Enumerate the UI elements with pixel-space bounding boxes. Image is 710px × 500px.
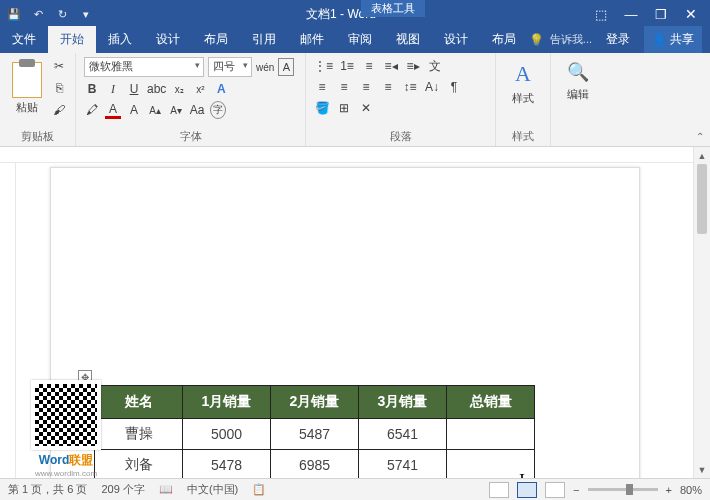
zoom-in-button[interactable]: + (666, 484, 672, 496)
table-cell[interactable]: 6985 (271, 450, 359, 479)
bold-button[interactable]: B (84, 80, 100, 98)
tab-file[interactable]: 文件 (0, 26, 48, 53)
grow-font-icon[interactable]: A▴ (147, 101, 163, 119)
char-border-icon[interactable]: A (278, 58, 294, 76)
save-icon[interactable]: 💾 (6, 6, 22, 22)
italic-button[interactable]: I (105, 80, 121, 98)
editing-button[interactable]: 🔍 编辑 (559, 57, 597, 106)
align-left-icon[interactable]: ≡ (314, 78, 330, 96)
font-size-select[interactable]: 四号 (208, 57, 252, 77)
char-shading-icon[interactable]: A (126, 101, 142, 119)
web-layout-button[interactable] (545, 482, 565, 498)
group-clipboard: 粘贴 ✂ ⎘ 🖌 剪贴板 (0, 53, 76, 146)
tab-home[interactable]: 开始 (48, 26, 96, 53)
login-button[interactable]: 登录 (598, 26, 638, 53)
qat-more-icon[interactable]: ▾ (78, 6, 94, 22)
spellcheck-icon[interactable]: 📖 (159, 483, 173, 496)
table-header[interactable]: 3月销量 (359, 386, 447, 419)
scroll-thumb[interactable] (697, 164, 707, 234)
font-name-select[interactable]: 微软雅黑 (84, 57, 204, 77)
tab-view[interactable]: 视图 (384, 26, 432, 53)
page-indicator[interactable]: 第 1 页，共 6 页 (8, 482, 87, 497)
table-cell[interactable] (447, 419, 535, 450)
table-cell[interactable]: 5000 (183, 419, 271, 450)
group-font: 微软雅黑 四号 wén A B I U abc x₂ x² A 🖍 A A A▴… (76, 53, 306, 146)
restore-icon[interactable]: ❐ (648, 4, 674, 24)
table-header[interactable]: 总销量 (447, 386, 535, 419)
subscript-button[interactable]: x₂ (171, 80, 187, 98)
shrink-font-icon[interactable]: A▾ (168, 101, 184, 119)
print-layout-button[interactable] (517, 482, 537, 498)
vertical-ruler[interactable] (0, 163, 16, 478)
superscript-button[interactable]: x² (192, 80, 208, 98)
borders-icon[interactable]: ⊞ (336, 99, 352, 117)
bullets-icon[interactable]: ⋮≡ (314, 57, 333, 75)
close-icon[interactable]: ✕ (678, 4, 704, 24)
tab-review[interactable]: 审阅 (336, 26, 384, 53)
format-painter-icon[interactable]: 🖌 (51, 101, 67, 119)
sort-icon[interactable]: A↓ (424, 78, 440, 96)
qr-code (31, 380, 101, 450)
align-right-icon[interactable]: ≡ (358, 78, 374, 96)
tab-layout[interactable]: 布局 (192, 26, 240, 53)
increase-indent-icon[interactable]: ≡▸ (405, 57, 421, 75)
table-row[interactable]: 曹操500054876541 (95, 419, 535, 450)
distribute-icon[interactable]: ✕ (358, 99, 374, 117)
tell-me-input[interactable]: 告诉我... (550, 32, 592, 47)
tab-mailings[interactable]: 邮件 (288, 26, 336, 53)
undo-icon[interactable]: ↶ (30, 6, 46, 22)
table-header[interactable]: 2月销量 (271, 386, 359, 419)
paste-button[interactable]: 粘贴 (8, 60, 46, 117)
minimize-icon[interactable]: — (618, 4, 644, 24)
data-table[interactable]: 姓名1月销量2月销量3月销量总销量 曹操500054876541刘备547869… (94, 385, 535, 478)
collapse-ribbon-icon[interactable]: ⌃ (696, 131, 704, 142)
enclose-char-icon[interactable]: 字 (210, 101, 226, 119)
change-case-icon[interactable]: Aa (189, 101, 205, 119)
tab-insert[interactable]: 插入 (96, 26, 144, 53)
tab-table-layout[interactable]: 布局 (480, 26, 528, 53)
numbering-icon[interactable]: 1≡ (339, 57, 355, 75)
underline-button[interactable]: U (126, 80, 142, 98)
text-effects-icon[interactable]: A (213, 80, 229, 98)
cut-icon[interactable]: ✂ (51, 57, 67, 75)
tab-references[interactable]: 引用 (240, 26, 288, 53)
insert-mode-icon[interactable]: 📋 (252, 483, 266, 496)
table-cell[interactable]: 5487 (271, 419, 359, 450)
zoom-slider[interactable] (588, 488, 658, 491)
styles-button[interactable]: A 样式 (504, 57, 542, 110)
line-spacing-icon[interactable]: ↕≡ (402, 78, 418, 96)
text-direction-icon[interactable]: 文 (427, 57, 443, 75)
show-marks-icon[interactable]: ¶ (446, 78, 462, 96)
ribbon-options-icon[interactable]: ⬚ (588, 4, 614, 24)
align-center-icon[interactable]: ≡ (336, 78, 352, 96)
copy-icon[interactable]: ⎘ (51, 79, 67, 97)
ribbon: 粘贴 ✂ ⎘ 🖌 剪贴板 微软雅黑 四号 wén A B I U abc x₂ … (0, 53, 710, 147)
context-tool-label: 表格工具 (361, 0, 425, 17)
table-header[interactable]: 1月销量 (183, 386, 271, 419)
scroll-down-icon[interactable]: ▼ (694, 461, 710, 478)
table-cell[interactable]: 6541 (359, 419, 447, 450)
phonetic-guide-icon[interactable]: wén (256, 58, 274, 76)
highlight-icon[interactable]: 🖍 (84, 101, 100, 119)
justify-icon[interactable]: ≡ (380, 78, 396, 96)
strikethrough-button[interactable]: abc (147, 80, 166, 98)
read-mode-button[interactable] (489, 482, 509, 498)
decrease-indent-icon[interactable]: ≡◂ (383, 57, 399, 75)
tab-design[interactable]: 设计 (144, 26, 192, 53)
tab-table-design[interactable]: 设计 (432, 26, 480, 53)
scroll-up-icon[interactable]: ▲ (694, 147, 710, 164)
table-cell[interactable]: 5741 (359, 450, 447, 479)
multilevel-icon[interactable]: ≡ (361, 57, 377, 75)
font-color-icon[interactable]: A (105, 101, 121, 119)
zoom-out-button[interactable]: − (573, 484, 579, 496)
table-row[interactable]: 刘备547869855741 (95, 450, 535, 479)
shading-icon[interactable]: 🪣 (314, 99, 330, 117)
zoom-level[interactable]: 80% (680, 484, 702, 496)
horizontal-ruler[interactable] (0, 147, 693, 163)
language-indicator[interactable]: 中文(中国) (187, 482, 238, 497)
table-cell[interactable]: 5478 (183, 450, 271, 479)
vertical-scrollbar[interactable]: ▲ ▼ (693, 147, 710, 478)
redo-icon[interactable]: ↻ (54, 6, 70, 22)
share-button[interactable]: 👤共享 (644, 26, 702, 53)
word-count[interactable]: 209 个字 (101, 482, 144, 497)
